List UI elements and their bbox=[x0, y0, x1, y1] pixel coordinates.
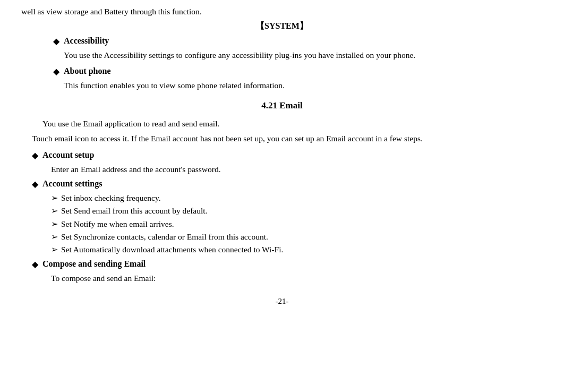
settings-list-item-text: Set Synchronize contacts, calendar or Em… bbox=[61, 231, 268, 243]
compose-title: Compose and sending Email bbox=[42, 258, 146, 270]
intro-text: well as view storage and Battery through… bbox=[21, 5, 543, 18]
settings-list-item: ➢Set Send email from this account by def… bbox=[51, 204, 543, 217]
arrow-symbol: ➢ bbox=[51, 243, 58, 255]
page-number: -21- bbox=[21, 295, 543, 308]
compose-item: ◆ Compose and sending Email bbox=[21, 258, 543, 271]
account-settings-item: ◆ Account settings bbox=[21, 177, 543, 191]
account-setup-body: Enter an Email address and the account's… bbox=[21, 163, 543, 175]
about-phone-body: This function enables you to view some p… bbox=[21, 79, 543, 91]
settings-list-item-text: Set inbox checking frequency. bbox=[61, 192, 161, 204]
account-setup-title: Account setup bbox=[42, 149, 94, 161]
account-settings-list: ➢Set inbox checking frequency.➢Set Send … bbox=[21, 192, 543, 255]
settings-list-item-text: Set Send email from this account by defa… bbox=[61, 204, 208, 217]
arrow-symbol: ➢ bbox=[51, 204, 58, 217]
accessibility-item: ◆ Accessibility bbox=[21, 35, 543, 48]
settings-list-item-text: Set Notify me when email arrives. bbox=[61, 218, 174, 230]
account-settings-title: Account settings bbox=[42, 177, 102, 190]
accessibility-title: Accessibility bbox=[64, 35, 109, 47]
email-intro1: You use the Email application to read an… bbox=[21, 117, 543, 130]
system-header: 【SYSTEM】 bbox=[21, 20, 543, 32]
diamond-bullet-account-setup: ◆ bbox=[32, 149, 38, 162]
diamond-bullet-about-phone: ◆ bbox=[53, 65, 59, 78]
account-setup-item: ◆ Account setup bbox=[21, 149, 543, 162]
about-phone-title: About phone bbox=[64, 65, 110, 78]
compose-body: To compose and send an Email: bbox=[21, 272, 543, 284]
diamond-bullet-compose: ◆ bbox=[32, 258, 38, 271]
email-section-header: 4.21 Email bbox=[21, 99, 543, 113]
settings-list-item: ➢Set Automatically download attachments … bbox=[51, 243, 543, 255]
accessibility-body: You use the Accessibility settings to co… bbox=[21, 49, 543, 61]
email-intro2: Touch email icon to access it. If the Em… bbox=[21, 132, 543, 144]
diamond-bullet-accessibility: ◆ bbox=[53, 35, 59, 48]
settings-list-item: ➢Set inbox checking frequency. bbox=[51, 192, 543, 204]
settings-list-item: ➢Set Notify me when email arrives. bbox=[51, 218, 543, 230]
diamond-bullet-account-settings: ◆ bbox=[32, 178, 38, 191]
arrow-symbol: ➢ bbox=[51, 192, 58, 204]
settings-list-item-text: Set Automatically download attachments w… bbox=[61, 243, 283, 255]
about-phone-item: ◆ About phone bbox=[21, 65, 543, 78]
settings-list-item: ➢Set Synchronize contacts, calendar or E… bbox=[51, 231, 543, 243]
arrow-symbol: ➢ bbox=[51, 218, 58, 230]
arrow-symbol: ➢ bbox=[51, 231, 58, 243]
